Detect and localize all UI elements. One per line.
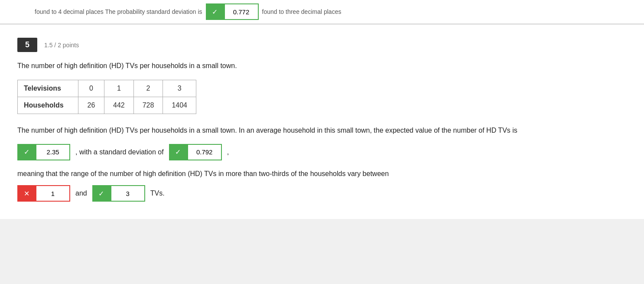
table-header-row: Televisions 0 1 2 3 bbox=[18, 80, 196, 97]
range-row: ✕ and ✓ TVs. bbox=[17, 185, 609, 202]
prev-answer-group: ✓ bbox=[206, 3, 259, 20]
prev-text-before: found to 4 decimal places The probabilit… bbox=[35, 8, 202, 15]
meaning-text: meaning that the range of the number of … bbox=[17, 168, 609, 180]
prev-check-icon: ✓ bbox=[212, 8, 218, 16]
expected-value-input[interactable] bbox=[36, 144, 70, 160]
expected-value-row: ✓ , with a standard deviation of ✓ , bbox=[17, 144, 609, 160]
expected-value-group: ✓ bbox=[17, 144, 70, 160]
range-correct-icon: ✓ bbox=[98, 189, 104, 198]
expected-check-icon: ✓ bbox=[24, 148, 29, 156]
label-end: , bbox=[227, 148, 229, 156]
question-header: 5 1.5 / 2 points bbox=[17, 38, 609, 52]
page-wrapper: found to 4 decimal places The probabilit… bbox=[0, 0, 644, 219]
range-wrong-input[interactable] bbox=[36, 185, 70, 202]
std-dev-check-button[interactable]: ✓ bbox=[169, 144, 187, 160]
prev-text-after: found to three decimal places bbox=[262, 8, 342, 15]
table-data-col3: 728 bbox=[133, 97, 163, 114]
label-mid: , with a standard deviation of bbox=[75, 148, 164, 156]
table-header-col3: 2 bbox=[133, 80, 163, 97]
range-wrong-icon: ✕ bbox=[24, 189, 29, 198]
expected-check-button[interactable]: ✓ bbox=[17, 144, 36, 160]
range-correct-group: ✓ bbox=[92, 185, 145, 202]
question-points: 1.5 / 2 points bbox=[44, 42, 79, 49]
table-data-col2: 442 bbox=[104, 97, 134, 114]
range-wrong-check-button[interactable]: ✕ bbox=[17, 185, 36, 202]
description-text: The number of high definition (HD) TVs p… bbox=[17, 125, 609, 136]
std-dev-group: ✓ bbox=[169, 144, 222, 160]
label-and: and bbox=[75, 189, 87, 197]
std-dev-check-icon: ✓ bbox=[175, 148, 181, 156]
prev-answer-input[interactable] bbox=[224, 3, 259, 20]
table-data-col4: 1404 bbox=[163, 97, 196, 114]
table-header-col2: 1 bbox=[104, 80, 134, 97]
prev-check-button[interactable]: ✓ bbox=[206, 3, 224, 20]
question-section: 5 1.5 / 2 points The number of high defi… bbox=[0, 24, 644, 219]
label-tvs: TVs. bbox=[150, 189, 165, 197]
range-correct-check-button[interactable]: ✓ bbox=[92, 185, 111, 202]
range-wrong-group: ✕ bbox=[17, 185, 70, 202]
data-table: Televisions 0 1 2 3 Households 26 442 72… bbox=[17, 80, 196, 114]
std-dev-input[interactable] bbox=[187, 144, 222, 160]
table-header-col4: 3 bbox=[163, 80, 196, 97]
intro-text: The number of high definition (HD) TVs p… bbox=[17, 61, 609, 71]
prev-question-tail: found to 4 decimal places The probabilit… bbox=[0, 0, 644, 24]
range-correct-input[interactable] bbox=[111, 185, 145, 202]
table-data-row: Households 26 442 728 1404 bbox=[18, 97, 196, 114]
table-header-col1: 0 bbox=[78, 80, 104, 97]
table-data-col1: 26 bbox=[78, 97, 104, 114]
question-number: 5 bbox=[17, 38, 37, 52]
table-row-label: Households bbox=[18, 97, 78, 114]
table-header-col0: Televisions bbox=[18, 80, 78, 97]
